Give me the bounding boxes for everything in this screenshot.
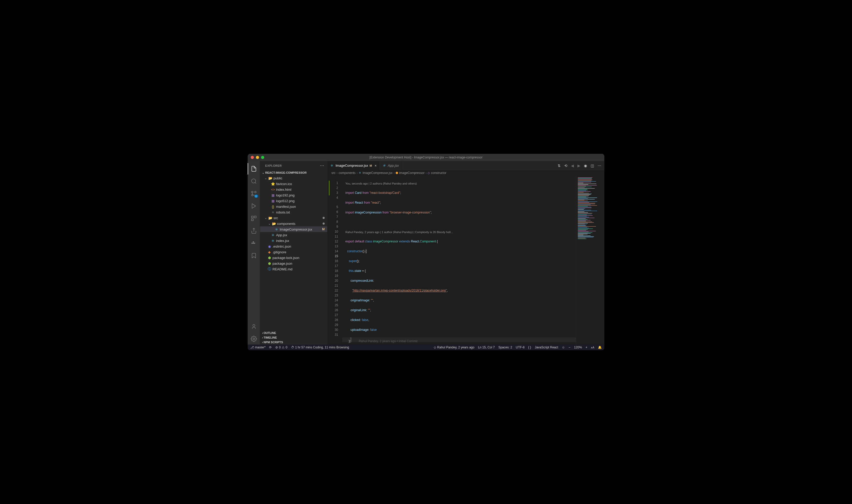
compare-icon[interactable]: ⇅ (558, 164, 561, 168)
codelens-1[interactable]: You, seconds ago | 2 authors (Rahul Pand… (342, 181, 576, 185)
file-icon: <> (271, 187, 275, 192)
file-item[interactable]: ≡robots.txt (260, 209, 327, 215)
copilot-item[interactable]: ☺ (562, 345, 565, 349)
codelens-2[interactable]: Rahul Pandey, 2 years ago | 1 author (Ra… (342, 230, 576, 234)
close-window-button[interactable] (251, 156, 254, 159)
code-editor[interactable]: You, seconds ago | 2 authors (Rahul Pand… (342, 176, 576, 344)
search-tab[interactable] (248, 176, 260, 187)
file-item[interactable]: ⬢package.json (260, 260, 327, 266)
breadcrumb[interactable]: src› components› ⚛ImageCompressor.jsx› ⬢… (327, 170, 604, 176)
person-icon: ◇ (434, 345, 436, 349)
tab-bar: ⚛ImageCompressor.jsxM× ⚛App.jsx ⇅ ⟲ ◀ ▶ … (327, 161, 604, 170)
tab-imagecompressor[interactable]: ⚛ImageCompressor.jsxM× (327, 161, 379, 170)
folder-icon: 📂 (268, 216, 272, 220)
svg-point-4 (252, 191, 253, 193)
scm-tab[interactable]: 1 (248, 188, 260, 199)
settings-tab[interactable] (248, 333, 260, 344)
file-item[interactable]: ▦logo192.png (260, 192, 327, 198)
project-root-section[interactable]: ⌄REACT-IMAGE-COMPRESSOR (260, 170, 327, 175)
window-title: [Extension Development Host] - ImageComp… (370, 156, 483, 159)
font-size-item[interactable]: ᴀA (591, 346, 594, 349)
maximize-window-button[interactable] (261, 156, 264, 159)
minimap[interactable] (576, 176, 604, 344)
explorer-label: EXPLORER (265, 164, 282, 167)
sync-item[interactable]: ⟳ (269, 345, 272, 349)
outline-section[interactable]: ›OUTLINE (260, 330, 327, 335)
react-icon: ⚛ (359, 171, 361, 175)
nav-back-icon[interactable]: ⟲ (564, 164, 567, 168)
file-item[interactable]: ⓘREADME.md (260, 266, 327, 272)
braces-icon: { } (528, 345, 531, 349)
minimize-window-button[interactable] (256, 156, 259, 159)
file-icon: ⬢ (267, 261, 271, 266)
file-item[interactable]: ◆.gitignore (260, 249, 327, 255)
svg-point-14 (253, 324, 255, 326)
share-tab[interactable] (248, 225, 260, 236)
bell-icon: 🔔 (598, 345, 602, 349)
spaces-item[interactable]: Spaces: 2 (498, 345, 512, 349)
notifications-item[interactable]: 🔔 (598, 345, 602, 349)
file-item[interactable]: {}manifest.json (260, 204, 327, 209)
file-icon: ⓘ (267, 267, 271, 271)
tab-app[interactable]: ⚛App.jsx (379, 161, 402, 170)
file-icon: ▦ (271, 193, 275, 197)
editor-area[interactable]: 1234 56789101112131415161718192021222324… (327, 176, 604, 344)
nav-prev-icon[interactable]: ◀ (571, 164, 574, 168)
file-icon: ▦ (271, 199, 275, 203)
warning-icon: ⚠ (282, 345, 285, 349)
file-item[interactable]: ⚛index.jsx (260, 238, 327, 244)
react-icon: ⚛ (274, 227, 279, 231)
react-icon: ⚛ (271, 238, 275, 243)
encoding-item[interactable]: UTF-8 (516, 345, 525, 349)
more-actions-icon[interactable]: ⋯ (598, 164, 601, 168)
nav-next-icon[interactable]: ▶ (578, 164, 580, 168)
file-item[interactable]: ⭐favicon.ico (260, 181, 327, 186)
line-gutter: 1234 56789101112131415161718192021222324… (327, 176, 342, 344)
zoom-out[interactable]: − (569, 345, 570, 349)
blame-item[interactable]: ◇Rahul Pandey, 2 years ago (434, 345, 474, 349)
body: 1 EXPLORER ⋯ ⌄REACT-IMAGE-COMPRESSOR ⌄📂p… (248, 161, 604, 344)
time-item[interactable]: ⏱1 hr 57 mins Coding, 11 mins Browsing (291, 345, 349, 349)
explorer-tab[interactable] (248, 163, 260, 175)
file-item[interactable]: ⚛App.jsx (260, 232, 327, 238)
zoom-in[interactable]: + (585, 345, 587, 349)
file-item[interactable]: <>index.html (260, 186, 327, 192)
titlebar: [Extension Development Host] - ImageComp… (248, 154, 604, 161)
explorer-more-icon[interactable]: ⋯ (320, 163, 324, 168)
account-tab[interactable] (248, 321, 260, 332)
file-item[interactable]: ▦logo512.png (260, 198, 327, 204)
timeline-section[interactable]: ›TIMELINE (260, 335, 327, 340)
branch-item[interactable]: ⎇master* (250, 345, 266, 349)
folder-components[interactable]: ⌄📂components (260, 221, 327, 227)
file-icon: ⬢ (267, 256, 271, 260)
svg-line-1 (255, 182, 256, 183)
file-item[interactable]: ◉.eslintrc.json (260, 244, 327, 249)
svg-rect-13 (253, 241, 254, 242)
svg-marker-5 (252, 204, 256, 208)
zoom-level[interactable]: 120% (574, 345, 582, 349)
run-icon[interactable]: ◉ (584, 164, 587, 168)
svg-point-15 (253, 338, 255, 340)
folder-public[interactable]: ⌄📂public (260, 175, 327, 181)
position-item[interactable]: Ln 15, Col 7 (478, 345, 495, 349)
language-item[interactable]: JavaScript React (535, 345, 558, 349)
docker-tab[interactable] (248, 237, 260, 249)
close-tab-icon[interactable]: × (375, 164, 377, 168)
file-icon: ≡ (271, 210, 275, 214)
modified-dot-icon (323, 222, 325, 224)
problems-item[interactable]: ⊘0 ⚠0 (275, 345, 287, 349)
debug-tab[interactable] (248, 200, 260, 212)
file-imagecompressor[interactable]: ⚛ImageCompressor.jsxM (260, 227, 327, 232)
split-editor-icon[interactable]: ◫ (591, 164, 594, 168)
sidebar-header: EXPLORER ⋯ (260, 161, 327, 170)
vscode-window: [Extension Development Host] - ImageComp… (248, 154, 604, 350)
bookmark-tab[interactable] (248, 250, 260, 261)
file-item[interactable]: ⬢package-lock.json (260, 255, 327, 260)
folder-icon: 📂 (268, 176, 272, 180)
extensions-tab[interactable] (248, 213, 260, 224)
folder-src[interactable]: ⌄📂src (260, 215, 327, 221)
react-icon: ⚛ (271, 233, 275, 237)
npm-section[interactable]: ›NPM SCRIPTS (260, 340, 327, 344)
braces-item[interactable]: { } (528, 345, 531, 349)
sync-icon: ⟳ (269, 345, 272, 349)
